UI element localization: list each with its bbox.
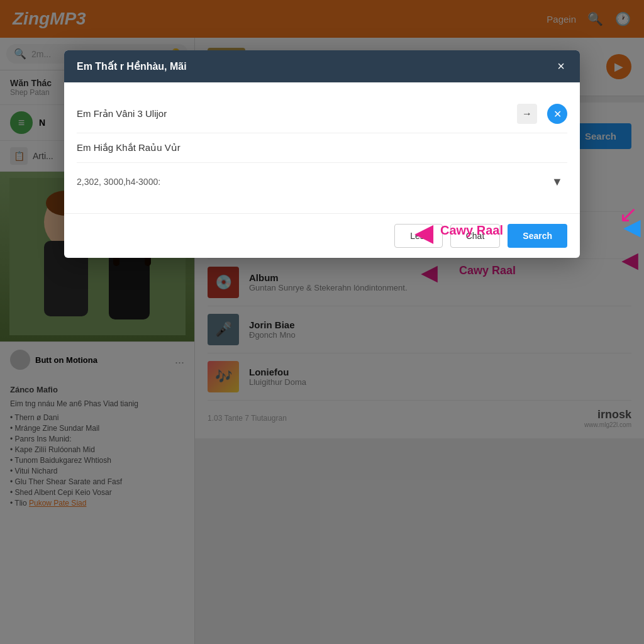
modal-overlay[interactable]: Em Thất r Hềnhàu, Mãi × Em Frản Vâni 3 U… [0,0,644,644]
modal-icon-btn[interactable]: ✕ [547,104,567,124]
modal-dropdown-row: 2,302, 3000,h4-3000: ▼ [77,163,567,201]
modal-title: Em Thất r Hềnhàu, Mãi [77,60,187,72]
modal-row3-text: 2,302, 3000,h4-3000: [77,177,160,187]
modal-body: Em Frản Vâni 3 Ulijor → ✕ Em Hiắg Khắt R… [64,82,580,213]
decorative-arrow-top-right: ↙ [619,201,638,228]
modal-row-2: Em Hiắg Khắt Raủu Vủr [77,133,567,163]
modal-close-button[interactable]: × [555,59,567,74]
decorative-arrow-left: ◀ [415,220,433,247]
modal-row1-text: Em Frản Vâni 3 Ulijor [77,108,509,119]
search-button[interactable]: Search [508,224,567,248]
dropdown-chevron[interactable]: ▼ [547,172,567,192]
modal-row-1: Em Frản Vâni 3 Ulijor → ✕ [77,95,567,133]
cawy-raal-annotation: Cawy Raal [440,223,503,238]
modal-header: Em Thất r Hềnhàu, Mãi × [64,50,580,82]
modal-row2-text: Em Hiắg Khắt Raủu Vủr [77,142,567,153]
modal-arrow-btn[interactable]: → [517,104,537,124]
